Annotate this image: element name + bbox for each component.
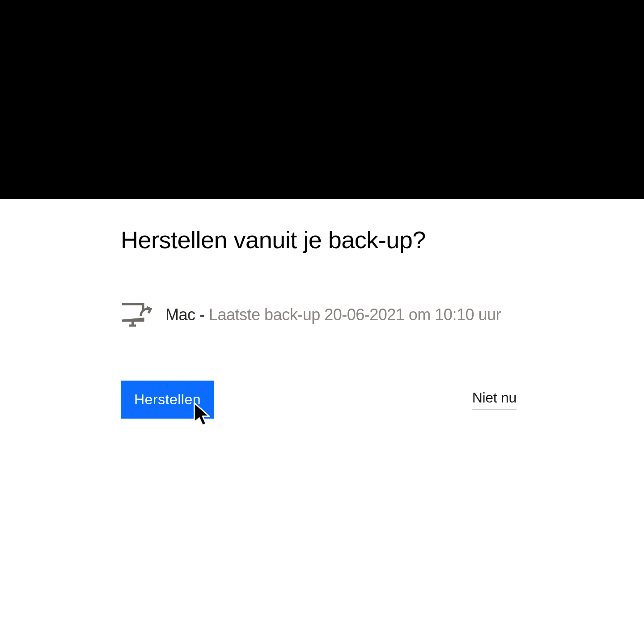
backup-detail: Laatste back-up 20-06-2021 om 10:10 uur (209, 305, 501, 324)
restore-dialog: Herstellen vanuit je back-up? Mac - Laat… (0, 199, 644, 419)
not-now-link[interactable]: Niet nu (472, 390, 517, 410)
button-row: Herstellen Niet nu (121, 381, 517, 419)
restore-button-wrap: Herstellen (121, 381, 214, 419)
backup-info-text: Mac - Laatste back-up 20-06-2021 om 10:1… (165, 305, 501, 324)
restore-button[interactable]: Herstellen (121, 381, 214, 419)
monitor-restore-icon (121, 303, 152, 327)
dialog-title: Herstellen vanuit je back-up? (121, 226, 523, 254)
backup-info-row: Mac - Laatste back-up 20-06-2021 om 10:1… (121, 303, 523, 327)
device-name: Mac (165, 305, 195, 324)
separator: - (195, 305, 209, 324)
top-bar (0, 0, 644, 199)
